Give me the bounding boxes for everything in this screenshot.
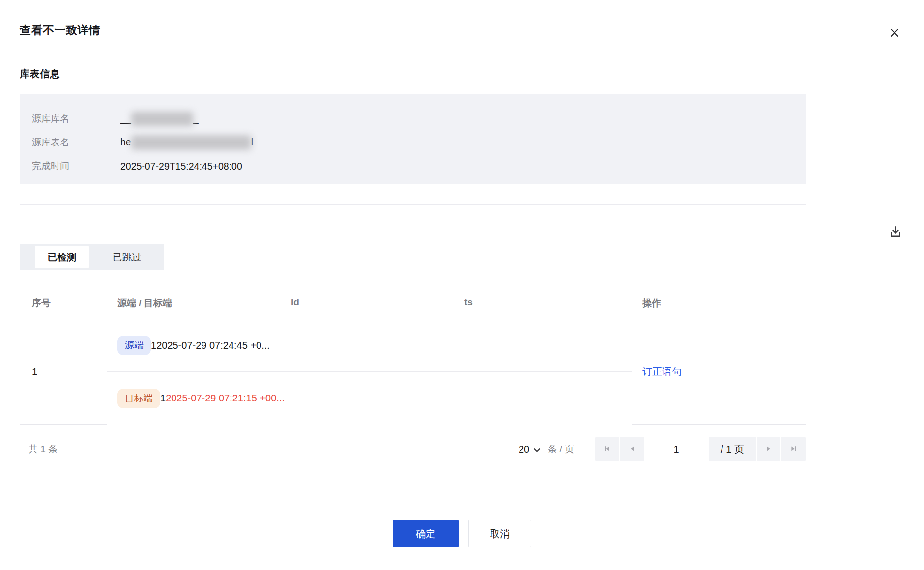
info-label: 源库库名 — [32, 113, 120, 125]
source-badge-cell: 源端 — [117, 336, 151, 355]
tab-skipped[interactable]: 已跳过 — [109, 246, 145, 268]
target-badge-cell: 目标端 — [117, 389, 160, 408]
info-value-redacted: ___ — [120, 112, 199, 126]
last-page-icon — [790, 445, 798, 454]
dialog-header: 查看不一致详情 — [20, 0, 904, 38]
first-page-icon — [603, 445, 611, 454]
page-size-select[interactable]: 20 — [519, 444, 541, 455]
close-icon — [889, 27, 900, 40]
page-size-unit-label: 条 / 页 — [548, 443, 574, 456]
download-button[interactable] — [887, 224, 904, 241]
table-header-row: 序号 源端 / 目标端 id ts 操作 — [20, 287, 806, 319]
finish-time-value: 2025-07-29T15:24:45+08:00 — [120, 161, 242, 172]
info-label: 完成时间 — [32, 160, 120, 172]
page-number-input[interactable] — [645, 437, 708, 461]
chevron-down-icon — [533, 446, 541, 455]
prev-page-button[interactable] — [620, 437, 644, 461]
column-header-action: 操作 — [632, 297, 806, 310]
info-row-source-table: 源库表名 hel — [32, 131, 806, 154]
diff-table: 序号 源端 / 目标端 id ts 操作 1 源端 1 2025-07-29 0… — [20, 287, 806, 425]
download-icon — [888, 225, 903, 241]
pagination-bar: 共 1 条 20 条 / 页 — [20, 437, 806, 461]
column-header-id: id — [291, 297, 464, 310]
source-sub-row: 源端 1 2025-07-29 07:24:45 +0... — [107, 319, 632, 372]
target-badge: 目标端 — [117, 389, 160, 408]
confirm-button[interactable]: 确定 — [393, 520, 459, 547]
page-total-label: / 1 页 — [709, 437, 756, 461]
target-ts-cell: 2025-07-29 07:21:15 +00... — [166, 393, 285, 404]
section-divider — [20, 204, 806, 205]
next-page-button[interactable] — [757, 437, 780, 461]
result-tabs: 已检测 已跳过 — [20, 244, 164, 270]
next-page-icon — [765, 445, 773, 454]
table-header-middle: 源端 / 目标端 id ts — [107, 297, 632, 310]
table-info-box: 源库库名 ___ 源库表名 hel 完成时间 2025-07-29T15:24:… — [20, 94, 806, 184]
target-sub-row: 目标端 1 2025-07-29 07:21:15 +00... — [107, 372, 632, 425]
column-header-index: 序号 — [20, 297, 107, 310]
target-id-cell: 1 — [160, 393, 166, 404]
info-row-source-db: 源库库名 ___ — [32, 107, 806, 131]
page-size-value: 20 — [519, 444, 529, 455]
total-count-label: 共 1 条 — [20, 443, 58, 456]
correction-statement-link[interactable]: 订正语句 — [642, 365, 682, 378]
prev-page-icon — [628, 445, 636, 454]
row-middle: 源端 1 2025-07-29 07:24:45 +0... 目标端 1 202… — [107, 319, 632, 425]
info-label: 源库表名 — [32, 136, 120, 149]
first-page-button[interactable] — [595, 437, 619, 461]
column-header-ts: ts — [464, 297, 632, 310]
page-navigator: / 1 页 — [595, 437, 806, 461]
source-ts-cell: 2025-07-29 07:24:45 +0... — [156, 340, 270, 351]
dialog-footer: 确定 取消 — [20, 520, 904, 547]
cancel-button[interactable]: 取消 — [468, 520, 531, 547]
source-id-cell: 1 — [151, 340, 156, 351]
close-button[interactable] — [887, 26, 902, 41]
row-index-cell: 1 — [20, 319, 107, 425]
table-row: 1 源端 1 2025-07-29 07:24:45 +0... 目标端 1 2… — [20, 319, 806, 425]
pagination-controls: 20 条 / 页 / 1 页 — [519, 437, 806, 461]
tab-detected[interactable]: 已检测 — [35, 246, 89, 268]
inconsistency-detail-dialog: 查看不一致详情 库表信息 源库库名 ___ 源库表名 hel 完成时间 2025… — [0, 0, 924, 570]
column-header-endpoint: 源端 / 目标端 — [117, 297, 291, 310]
toolbar — [20, 224, 904, 241]
dialog-title: 查看不一致详情 — [20, 23, 101, 38]
table-info-heading: 库表信息 — [20, 67, 904, 81]
source-badge: 源端 — [117, 336, 151, 355]
redacted-blur — [131, 112, 193, 126]
redacted-blur — [131, 135, 251, 150]
info-value-redacted: hel — [120, 135, 253, 150]
info-row-finish-time: 完成时间 2025-07-29T15:24:45+08:00 — [32, 154, 806, 178]
row-action-cell: 订正语句 — [632, 319, 806, 425]
last-page-button[interactable] — [781, 437, 806, 461]
